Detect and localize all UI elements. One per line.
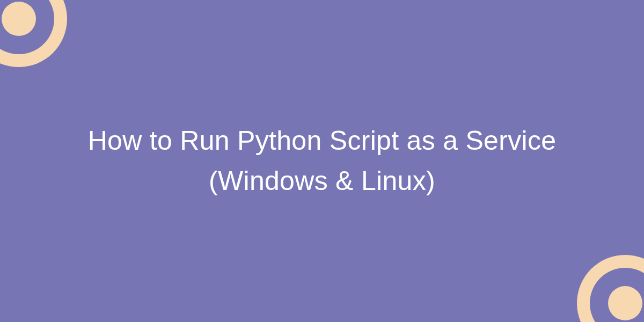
dot-shape-icon — [2, 2, 36, 36]
arc-shape-icon — [0, 0, 67, 67]
page-title: How to Run Python Script as a Service (W… — [80, 121, 564, 201]
dot-shape-icon — [608, 286, 642, 320]
arc-shape-icon — [577, 255, 644, 322]
decoration-bottom-right — [577, 255, 644, 322]
decoration-top-left — [0, 0, 67, 67]
